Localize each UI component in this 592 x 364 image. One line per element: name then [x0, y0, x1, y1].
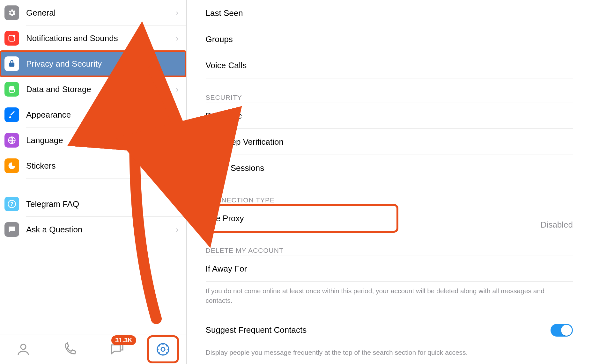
sidebar-item-label: Language: [26, 135, 63, 145]
chevron-right-icon: ›: [176, 33, 179, 43]
tab-settings[interactable]: [149, 337, 177, 361]
app-root: General › Notifications and Sounds › Pri…: [0, 0, 592, 364]
chevron-right-icon: ›: [176, 135, 179, 145]
section-header-delete: DELETE MY ACCOUNT: [206, 247, 573, 254]
gear-icon: [4, 5, 19, 20]
sidebar-item-language[interactable]: Language ›: [0, 127, 186, 153]
sidebar-item-stickers[interactable]: Stickers ›: [0, 153, 186, 178]
svg-point-8: [12, 228, 13, 229]
row-label: Two-Step Verification: [206, 137, 284, 147]
svg-text:?: ?: [10, 201, 13, 207]
globe-icon: [4, 133, 19, 148]
tab-contacts[interactable]: [9, 337, 37, 361]
svg-point-6: [10, 228, 11, 229]
row-label: If Away For: [206, 264, 247, 274]
sidebar-item-label: General: [26, 8, 56, 18]
bell-badge-icon: [4, 31, 19, 46]
settings-sidebar: General › Notifications and Sounds › Pri…: [0, 0, 187, 364]
sidebar-item-faq[interactable]: ? Telegram FAQ ›: [0, 191, 186, 217]
tab-chats[interactable]: 31.3K: [102, 337, 130, 361]
row-label: Last Seen: [206, 8, 243, 18]
sidebar-item-label: Ask a Question: [26, 225, 82, 235]
chevron-right-icon: ›: [176, 110, 179, 120]
sidebar-item-label: Notifications and Sounds: [26, 33, 118, 43]
unread-badge: 31.3K: [111, 335, 136, 345]
row-label: Active Sessions: [206, 163, 264, 173]
suggest-note: Display people you message frequently at…: [206, 348, 573, 357]
tab-calls[interactable]: [56, 337, 84, 361]
suggest-toggle[interactable]: [551, 324, 573, 337]
sidebar-item-ask-question[interactable]: Ask a Question ›: [0, 217, 186, 242]
chevron-right-icon: ›: [176, 199, 179, 209]
row-label: Groups: [206, 34, 233, 44]
connection-row-use-proxy[interactable]: Use Proxy: [206, 205, 397, 231]
svg-point-1: [13, 35, 15, 37]
privacy-row-last-seen[interactable]: Last Seen: [206, 0, 573, 26]
security-row-active-sessions[interactable]: Active Sessions: [206, 155, 573, 181]
delete-row-if-away[interactable]: If Away For: [206, 256, 573, 282]
privacy-row-groups[interactable]: Groups: [206, 26, 573, 52]
lock-icon: [4, 56, 19, 71]
row-label: Suggest Frequent Contacts: [206, 325, 307, 335]
proxy-value: Disabled: [541, 220, 573, 230]
settings-sidebar-list: General › Notifications and Sounds › Pri…: [0, 0, 186, 334]
question-icon: ?: [4, 197, 19, 211]
chevron-right-icon: ›: [176, 84, 179, 94]
sidebar-item-label: Privacy and Security: [26, 59, 102, 69]
sidebar-item-label: Appearance: [26, 110, 71, 120]
bottom-tabbar: 31.3K: [0, 334, 186, 364]
if-away-note: If you do not come online at least once …: [206, 286, 573, 306]
chevron-right-icon: ›: [176, 225, 179, 235]
svg-point-11: [161, 347, 165, 351]
row-label: Use Proxy: [206, 214, 244, 223]
sidebar-item-notifications[interactable]: Notifications and Sounds ›: [0, 25, 186, 51]
section-header-security: SECURITY: [206, 94, 573, 101]
row-label: Voice Calls: [206, 61, 247, 70]
section-header-connection: CONNECTION TYPE: [206, 196, 573, 204]
chevron-right-icon: ›: [176, 161, 179, 171]
sticker-icon: [4, 158, 19, 173]
privacy-row-voice-calls[interactable]: Voice Calls: [206, 52, 573, 78]
row-label: Passcode: [206, 111, 242, 121]
sidebar-item-label: Data and Storage: [26, 84, 91, 94]
sidebar-item-appearance[interactable]: Appearance ›: [0, 102, 186, 127]
sidebar-item-data-storage[interactable]: Data and Storage ›: [0, 76, 186, 102]
security-row-passcode[interactable]: Passcode: [206, 103, 573, 129]
sidebar-item-privacy-security[interactable]: Privacy and Security: [0, 51, 186, 76]
sidebar-item-label: Stickers: [26, 161, 56, 171]
sidebar-item-label: Telegram FAQ: [26, 199, 79, 209]
settings-content-pane: Last Seen Groups Voice Calls SECURITY Pa…: [187, 0, 592, 364]
security-row-two-step[interactable]: Two-Step Verification: [206, 129, 573, 155]
brush-icon: [4, 107, 19, 122]
sidebar-item-general[interactable]: General ›: [0, 0, 186, 25]
svg-point-9: [21, 344, 26, 349]
svg-point-7: [11, 228, 12, 229]
toggle-knob: [561, 325, 572, 336]
chevron-right-icon: ›: [176, 8, 179, 18]
database-icon: [4, 82, 19, 97]
chat-icon: [4, 222, 19, 237]
suggest-row[interactable]: Suggest Frequent Contacts: [206, 317, 573, 343]
